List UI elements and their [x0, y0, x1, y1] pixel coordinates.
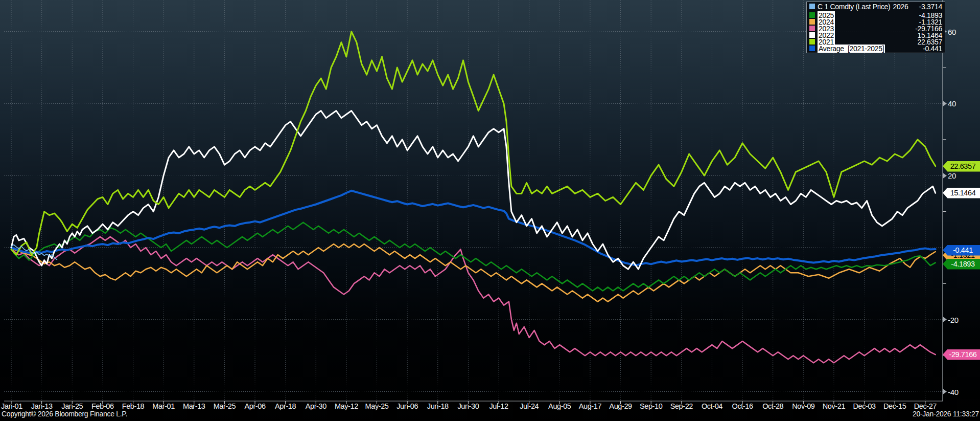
- legend-swatch: [809, 12, 815, 18]
- x-axis-label-Dec-27: Dec-27: [914, 402, 937, 410]
- legend-value: -0.441: [923, 45, 942, 53]
- legend-swatch: [809, 39, 815, 45]
- x-axis-label-Apr-30: Apr-30: [306, 402, 326, 410]
- x-axis-label-Oct-28: Oct-28: [762, 402, 783, 410]
- x-axis-label-Aug-17: Aug-17: [579, 402, 601, 410]
- x-axis-label-Mar-01: Mar-01: [152, 402, 175, 410]
- x-axis-label-Jun-18: Jun-18: [427, 402, 449, 410]
- bloomberg-seasonality-chart-window: 604020-20-40 Jan-01Jan-13Jan-25Feb-06Feb…: [0, 0, 980, 421]
- x-axis-label-Jun-30: Jun-30: [457, 402, 479, 410]
- footer: Copyright© 2026 Bloomberg Finance L.P. 2…: [0, 410, 980, 420]
- legend-swatch: [809, 19, 815, 25]
- y-axis-label--40: -40: [943, 387, 959, 396]
- series-line-2021: [11, 32, 936, 255]
- x-axis-label-Jul-12: Jul-12: [489, 402, 508, 410]
- legend-row-Average-2021-2025-[interactable]: Average [2021-2025]-0.441: [809, 45, 942, 52]
- series-line-2023: [11, 237, 936, 363]
- last-price-badge-2022: 15.1464: [943, 188, 980, 198]
- chart-legend[interactable]: C 1 Comdty (Last Price) 2026 -3.3714 202…: [806, 2, 945, 53]
- x-axis-label-Nov-21: Nov-21: [823, 402, 845, 410]
- legend-security-label: C 1 Comdty (Last Price): [818, 3, 890, 11]
- x-axis-label-Mar-25: Mar-25: [214, 402, 236, 410]
- x-axis-label-May-12: May-12: [335, 402, 358, 410]
- y-axis-label-20: 20: [943, 171, 956, 180]
- x-axis-label-Dec-03: Dec-03: [853, 402, 875, 410]
- x-axis-label-Dec-15: Dec-15: [883, 402, 906, 410]
- x-axis-label-Aug-29: Aug-29: [609, 402, 632, 410]
- y-axis-label--20: -20: [943, 315, 959, 324]
- axis-arrow-icon: [943, 317, 947, 322]
- x-axis-label-Aug-05: Aug-05: [548, 402, 571, 410]
- x-axis-label-Jun-06: Jun-06: [396, 402, 418, 410]
- x-axis-label-Jan-01: Jan-01: [1, 402, 22, 410]
- x-axis-label-Apr-18: Apr-18: [275, 402, 296, 410]
- timestamp-text: 20-Jan-2026 11:33:27: [913, 410, 979, 418]
- legend-value-2026: -3.3714: [919, 3, 942, 11]
- axis-arrow-icon: [943, 173, 947, 178]
- legend-row-main[interactable]: C 1 Comdty (Last Price) 2026 -3.3714: [809, 3, 942, 10]
- legend-swatch-2026: [809, 4, 815, 9]
- x-axis-label-Sep-10: Sep-10: [640, 402, 662, 410]
- x-axis-label-Oct-16: Oct-16: [732, 402, 753, 410]
- x-axis-label-Jan-25: Jan-25: [61, 402, 83, 410]
- last-price-badge-2023: -29.7166: [943, 349, 980, 360]
- last-price-badge-Average-2021-2025-: -0.441: [943, 245, 980, 256]
- x-axis-label-May-25: May-25: [365, 402, 389, 410]
- last-price-badge-2021: 22.6357: [943, 161, 980, 172]
- x-axis-label-Jan-13: Jan-13: [31, 402, 53, 410]
- series-line-2022: [11, 111, 936, 270]
- x-axis-label-Sep-22: Sep-22: [670, 402, 693, 410]
- x-axis-label-Mar-13: Mar-13: [183, 402, 205, 410]
- y-axis-label-40: 40: [943, 99, 956, 108]
- legend-swatch: [809, 26, 815, 31]
- legend-label: Average [2021-2025]: [818, 45, 885, 53]
- legend-swatch: [809, 46, 815, 51]
- copyright-text: Copyright© 2026 Bloomberg Finance L.P.: [2, 410, 127, 418]
- axis-arrow-icon: [943, 101, 947, 106]
- x-axis-label-Feb-18: Feb-18: [122, 402, 145, 410]
- chart-plot-area[interactable]: [0, 0, 980, 421]
- last-price-badge-2025: -4.1893: [943, 259, 980, 270]
- x-axis-label-Oct-04: Oct-04: [702, 402, 722, 410]
- legend-year-2026: 2026: [893, 3, 908, 11]
- x-axis-label-Nov-09: Nov-09: [792, 402, 814, 410]
- x-axis-label-Jul-24: Jul-24: [520, 402, 539, 410]
- legend-swatch: [809, 32, 815, 38]
- x-axis-label-Apr-06: Apr-06: [244, 402, 265, 410]
- x-axis-label-Feb-06: Feb-06: [91, 402, 114, 410]
- axis-arrow-icon: [943, 389, 947, 394]
